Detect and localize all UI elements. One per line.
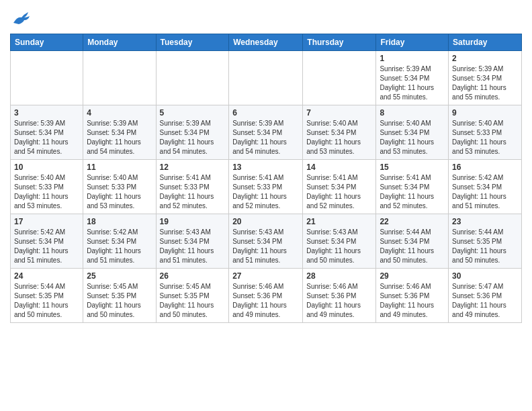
calendar-weekday-tuesday: Tuesday [156,34,229,51]
day-number: 30 [452,271,518,281]
day-info: Sunrise: 5:46 AM Sunset: 5:36 PM Dayligh… [232,282,299,320]
calendar-week-row: 10Sunrise: 5:40 AM Sunset: 5:33 PM Dayli… [11,160,522,214]
day-number: 24 [14,271,79,281]
calendar-cell: 10Sunrise: 5:40 AM Sunset: 5:33 PM Dayli… [11,160,83,214]
calendar-weekday-monday: Monday [83,34,156,51]
day-number: 27 [232,271,299,281]
calendar-week-row: 3Sunrise: 5:39 AM Sunset: 5:34 PM Daylig… [11,105,522,160]
calendar-cell: 23Sunrise: 5:44 AM Sunset: 5:35 PM Dayli… [449,214,522,269]
calendar-cell: 11Sunrise: 5:40 AM Sunset: 5:33 PM Dayli… [83,160,156,214]
day-number: 2 [452,54,518,63]
calendar-cell: 29Sunrise: 5:46 AM Sunset: 5:36 PM Dayli… [376,269,449,323]
calendar-cell: 9Sunrise: 5:40 AM Sunset: 5:33 PM Daylig… [449,105,522,160]
day-info: Sunrise: 5:40 AM Sunset: 5:33 PM Dayligh… [14,173,79,211]
day-number: 18 [87,217,152,226]
day-info: Sunrise: 5:40 AM Sunset: 5:33 PM Dayligh… [87,173,152,211]
calendar-cell: 5Sunrise: 5:39 AM Sunset: 5:34 PM Daylig… [156,105,229,160]
calendar-cell: 15Sunrise: 5:41 AM Sunset: 5:34 PM Dayli… [376,160,449,214]
calendar-cell: 17Sunrise: 5:42 AM Sunset: 5:34 PM Dayli… [11,214,83,269]
logo-bird-icon [12,11,31,28]
day-info: Sunrise: 5:42 AM Sunset: 5:34 PM Dayligh… [14,228,79,265]
day-info: Sunrise: 5:40 AM Sunset: 5:33 PM Dayligh… [452,119,518,156]
day-number: 21 [306,217,372,226]
calendar-cell: 22Sunrise: 5:44 AM Sunset: 5:34 PM Dayli… [376,214,449,269]
calendar-cell: 13Sunrise: 5:41 AM Sunset: 5:33 PM Dayli… [229,160,303,214]
day-info: Sunrise: 5:40 AM Sunset: 5:34 PM Dayligh… [306,119,372,156]
day-info: Sunrise: 5:41 AM Sunset: 5:34 PM Dayligh… [380,173,445,211]
calendar-cell: 18Sunrise: 5:42 AM Sunset: 5:34 PM Dayli… [83,214,156,269]
calendar-header-row: SundayMondayTuesdayWednesdayThursdayFrid… [11,34,522,51]
day-info: Sunrise: 5:39 AM Sunset: 5:34 PM Dayligh… [87,119,152,156]
calendar-weekday-wednesday: Wednesday [229,34,303,51]
day-info: Sunrise: 5:44 AM Sunset: 5:35 PM Dayligh… [14,282,79,320]
day-info: Sunrise: 5:41 AM Sunset: 5:34 PM Dayligh… [306,173,372,211]
calendar-cell [11,51,83,105]
day-number: 9 [452,108,518,118]
day-number: 15 [380,163,445,172]
calendar-cell: 28Sunrise: 5:46 AM Sunset: 5:36 PM Dayli… [303,269,376,323]
day-info: Sunrise: 5:41 AM Sunset: 5:33 PM Dayligh… [232,173,299,211]
day-info: Sunrise: 5:45 AM Sunset: 5:35 PM Dayligh… [87,282,152,320]
calendar-cell: 19Sunrise: 5:43 AM Sunset: 5:34 PM Dayli… [156,214,229,269]
day-info: Sunrise: 5:44 AM Sunset: 5:34 PM Dayligh… [380,228,445,265]
calendar-weekday-friday: Friday [376,34,449,51]
day-number: 10 [14,163,79,172]
calendar-cell: 3Sunrise: 5:39 AM Sunset: 5:34 PM Daylig… [11,105,83,160]
day-number: 13 [232,163,299,172]
calendar-cell: 6Sunrise: 5:39 AM Sunset: 5:34 PM Daylig… [229,105,303,160]
day-info: Sunrise: 5:39 AM Sunset: 5:34 PM Dayligh… [14,119,79,156]
day-number: 11 [87,163,152,172]
day-number: 25 [87,271,152,281]
calendar-cell: 25Sunrise: 5:45 AM Sunset: 5:35 PM Dayli… [83,269,156,323]
day-number: 12 [160,163,226,172]
day-info: Sunrise: 5:43 AM Sunset: 5:34 PM Dayligh… [306,228,372,265]
logo-text [10,11,31,28]
calendar-weekday-sunday: Sunday [11,34,83,51]
calendar-cell [156,51,229,105]
calendar-cell: 14Sunrise: 5:41 AM Sunset: 5:34 PM Dayli… [303,160,376,214]
page: SundayMondayTuesdayWednesdayThursdayFrid… [0,0,532,333]
calendar-cell [303,51,376,105]
day-number: 14 [306,163,372,172]
day-info: Sunrise: 5:39 AM Sunset: 5:34 PM Dayligh… [232,119,299,156]
day-info: Sunrise: 5:46 AM Sunset: 5:36 PM Dayligh… [380,282,445,320]
logo [10,11,31,28]
calendar-cell: 30Sunrise: 5:47 AM Sunset: 5:36 PM Dayli… [449,269,522,323]
day-number: 22 [380,217,445,226]
calendar-week-row: 1Sunrise: 5:39 AM Sunset: 5:34 PM Daylig… [11,51,522,105]
calendar-table: SundayMondayTuesdayWednesdayThursdayFrid… [10,34,522,323]
day-number: 20 [232,217,299,226]
header [10,7,522,28]
day-info: Sunrise: 5:42 AM Sunset: 5:34 PM Dayligh… [87,228,152,265]
calendar-cell: 26Sunrise: 5:45 AM Sunset: 5:35 PM Dayli… [156,269,229,323]
day-info: Sunrise: 5:39 AM Sunset: 5:34 PM Dayligh… [160,119,226,156]
day-number: 1 [380,54,445,63]
day-info: Sunrise: 5:43 AM Sunset: 5:34 PM Dayligh… [232,228,299,265]
day-number: 7 [306,108,372,118]
day-info: Sunrise: 5:47 AM Sunset: 5:36 PM Dayligh… [452,282,518,320]
calendar-weekday-thursday: Thursday [303,34,376,51]
calendar-week-row: 24Sunrise: 5:44 AM Sunset: 5:35 PM Dayli… [11,269,522,323]
day-number: 17 [14,217,79,226]
calendar-cell [229,51,303,105]
day-info: Sunrise: 5:39 AM Sunset: 5:34 PM Dayligh… [380,64,445,102]
day-number: 19 [160,217,226,226]
day-number: 4 [87,108,152,118]
day-info: Sunrise: 5:46 AM Sunset: 5:36 PM Dayligh… [306,282,372,320]
day-info: Sunrise: 5:43 AM Sunset: 5:34 PM Dayligh… [160,228,226,265]
calendar-cell: 4Sunrise: 5:39 AM Sunset: 5:34 PM Daylig… [83,105,156,160]
day-info: Sunrise: 5:42 AM Sunset: 5:34 PM Dayligh… [452,173,518,211]
calendar-cell: 20Sunrise: 5:43 AM Sunset: 5:34 PM Dayli… [229,214,303,269]
calendar-cell: 2Sunrise: 5:39 AM Sunset: 5:34 PM Daylig… [449,51,522,105]
day-number: 6 [232,108,299,118]
calendar-week-row: 17Sunrise: 5:42 AM Sunset: 5:34 PM Dayli… [11,214,522,269]
calendar-cell: 16Sunrise: 5:42 AM Sunset: 5:34 PM Dayli… [449,160,522,214]
day-number: 16 [452,163,518,172]
day-number: 28 [306,271,372,281]
day-info: Sunrise: 5:44 AM Sunset: 5:35 PM Dayligh… [452,228,518,265]
calendar-cell [83,51,156,105]
day-info: Sunrise: 5:41 AM Sunset: 5:33 PM Dayligh… [160,173,226,211]
calendar-cell: 12Sunrise: 5:41 AM Sunset: 5:33 PM Dayli… [156,160,229,214]
calendar-cell: 1Sunrise: 5:39 AM Sunset: 5:34 PM Daylig… [376,51,449,105]
day-number: 8 [380,108,445,118]
